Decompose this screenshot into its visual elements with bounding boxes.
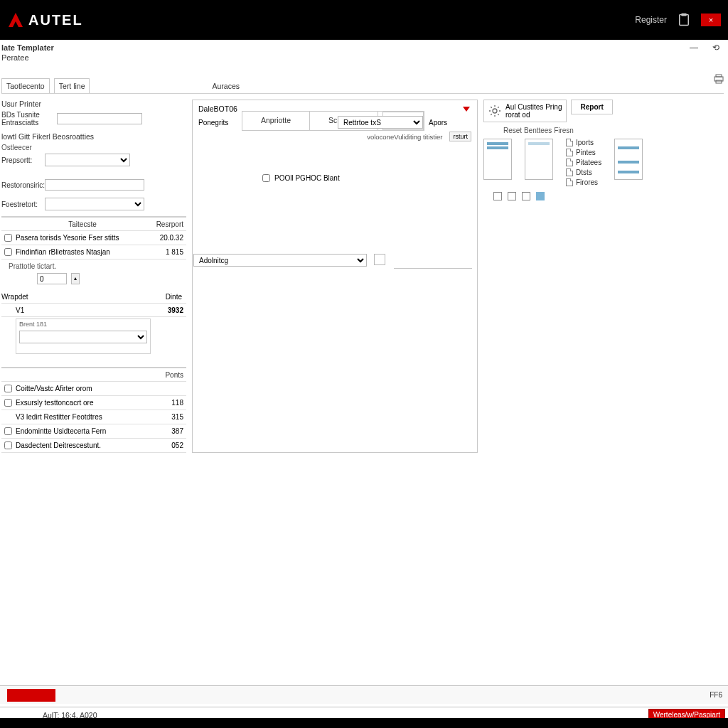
spinner-controls: ▴ [71, 273, 80, 284]
wrapdet-label: Wrapdet [1, 293, 28, 301]
window-title-bar: late Templater Peratee — ⟲ [0, 40, 728, 63]
body-columns: Usur Printer BDs Tusnite Entrasciatts lo… [1, 100, 724, 453]
spinner-input[interactable] [37, 273, 67, 284]
row-val: 387 [149, 427, 186, 435]
row-checkbox[interactable] [4, 441, 12, 449]
clipboard-icon[interactable] [677, 13, 691, 27]
restore-button[interactable]: ⟲ [712, 43, 719, 53]
volsconc-label: voloconeVuliditing titistier [367, 133, 442, 141]
doc-icon [566, 159, 573, 166]
row-checkbox[interactable] [4, 427, 12, 435]
right-column: Aul Custites Pring rorat od Report Reset… [483, 100, 697, 453]
table-row: Endomintte Usidtecerta Fern 387 [1, 424, 186, 439]
list-item[interactable]: Dtsts [566, 168, 601, 176]
report-button[interactable]: Report [571, 100, 612, 114]
row-checkbox[interactable] [4, 399, 12, 407]
row-label: Pasera torisds Yesorie Fser stitts [14, 234, 149, 242]
template-thumb-1[interactable] [483, 139, 512, 180]
top-bar: AUTEL Register × [0, 0, 728, 40]
wrap-sub-select[interactable] [19, 331, 147, 343]
bds-input[interactable] [57, 113, 142, 124]
right-head: Aul Custites Pring rorat od Report [483, 100, 697, 122]
pooll-checkbox[interactable] [262, 174, 270, 182]
row-checkbox[interactable] [4, 248, 12, 256]
window-controls: — ⟲ [690, 43, 722, 53]
footer-right-text: FF6 [710, 691, 722, 699]
middle-column: DaleBOT06 Ponegrits Rettrtoe txS Apors v… [192, 100, 478, 453]
prepsortt-select[interactable] [45, 154, 130, 166]
row-val: 315 [149, 413, 186, 421]
tab-mid-1[interactable]: Auraces [205, 79, 247, 93]
mid-header: DaleBOT06 [198, 105, 471, 113]
custom-print-line1: Aul Custites Pring [505, 103, 562, 111]
mini-view-4[interactable] [536, 192, 545, 200]
right-subtitle: Reset Benttees Firesn [503, 127, 697, 134]
window-title-line2: Peratee [1, 53, 54, 63]
list-item[interactable]: Pitatees [566, 159, 601, 166]
wrap-subbox: Brent 181 [16, 318, 151, 354]
rsturt-button[interactable]: rsturt [449, 132, 471, 141]
tab-left-2[interactable]: Tert line [54, 78, 90, 93]
custom-print-button[interactable]: Aul Custites Pring rorat od [483, 100, 567, 122]
foestretort-label: Foestretort: [1, 200, 41, 208]
template-thumb-3[interactable] [614, 139, 643, 180]
ponegrits-row: Ponegrits Rettrtoe txS Apors [198, 116, 471, 129]
row-val: 1 815 [149, 248, 186, 256]
restoronsiric-label: Restoronsiric: [1, 181, 41, 189]
svg-point-5 [493, 109, 497, 113]
list-item[interactable]: Firores [566, 178, 601, 186]
pooll-label: POOll PGHOC Blant [274, 174, 340, 182]
apors-label: Apors [429, 119, 447, 127]
grid-2-header: Ponts [1, 368, 186, 382]
tab-left-1[interactable]: Taotlecento [1, 78, 50, 93]
footer-bar: FF6 [0, 685, 728, 704]
foestretort-select[interactable] [45, 198, 144, 210]
list-item[interactable]: Iports [566, 139, 601, 146]
top-bar-right: Register × [635, 13, 721, 27]
printtotlie-label: Prattotle tictart. [9, 262, 186, 270]
svg-line-12 [498, 107, 499, 108]
ponegrits-select[interactable]: Rettrtoe txS [338, 116, 423, 129]
svg-line-11 [498, 114, 499, 115]
row-val: 118 [149, 399, 186, 407]
bottom-black-strip [0, 718, 728, 728]
grid1-col-val: Resrport [149, 220, 186, 228]
row-checkbox[interactable] [4, 234, 12, 242]
mini-view-2[interactable] [508, 192, 516, 200]
mini-view-3[interactable] [522, 192, 530, 200]
restoronsiric-input[interactable] [45, 179, 144, 191]
register-link[interactable]: Register [635, 15, 667, 25]
row-val: 20.0.32 [149, 234, 186, 242]
prepsortt-label: Prepsortt: [1, 156, 41, 164]
print-settings-block: Prattotle tictart. ▴ [1, 259, 186, 291]
row-checkbox[interactable] [4, 385, 12, 392]
svg-line-10 [491, 107, 492, 108]
group-properties-title: lowtl Gitt Fikerl Beosroatties [1, 132, 186, 141]
adoiuting-row: Adolnitcg [193, 254, 482, 267]
adoiuting-select[interactable]: Adolnitcg [193, 254, 367, 267]
printer-ribbon-icon[interactable] [714, 74, 724, 84]
content-area: Taotlecento Tert line Auraces Anpriotte … [0, 73, 728, 466]
close-icon: × [709, 16, 713, 24]
brand-name: AUTEL [28, 12, 83, 28]
doc-icon [566, 139, 573, 146]
color-swatch[interactable] [374, 254, 385, 265]
list-item[interactable]: Pintes [566, 149, 601, 156]
close-button[interactable]: × [701, 14, 721, 26]
custom-print-line2: rorat od [505, 111, 562, 119]
mini-view-1[interactable] [493, 192, 502, 200]
row-label: Exsursly testtoncacrt ore [14, 399, 149, 407]
doc-icon [566, 178, 573, 186]
volsconc-row: voloconeVuliditing titistier rsturt [198, 132, 471, 141]
row-label: Coitte/Vastc Afirter orom [14, 385, 149, 392]
window-title-line1: late Templater [1, 43, 54, 53]
minimize-button[interactable]: — [690, 43, 698, 53]
svg-rect-3 [716, 75, 722, 77]
spinner-up[interactable]: ▴ [71, 273, 80, 284]
window-title: late Templater Peratee [0, 43, 54, 63]
dropdown-red-caret-icon[interactable] [463, 107, 470, 112]
row-label: Endomintte Usidtecerta Fern [14, 427, 149, 435]
template-thumb-2[interactable] [525, 139, 553, 180]
mini-icon-row [483, 192, 697, 200]
template-link-list: Iports Pintes Pitatees Dtsts Firores [566, 139, 601, 186]
